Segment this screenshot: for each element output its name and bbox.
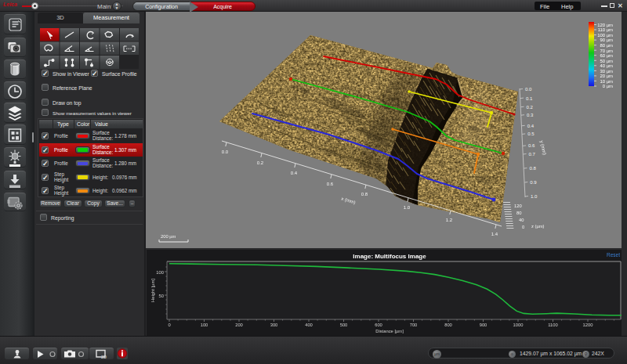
svg-text:100: 100 [156, 270, 164, 275]
svg-text:700: 700 [410, 323, 418, 327]
svg-text:0.8: 0.8 [361, 192, 368, 196]
svg-text:30 µm: 30 µm [600, 69, 614, 74]
svg-text:40 µm: 40 µm [600, 63, 614, 68]
svg-text:Reset: Reset [607, 252, 620, 258]
svg-text:y (mm): y (mm) [539, 140, 547, 156]
svg-text:600: 600 [375, 323, 382, 327]
svg-text:60 µm: 60 µm [600, 53, 614, 58]
svg-text:0.3: 0.3 [527, 113, 534, 117]
svg-text:0.0: 0.0 [525, 87, 532, 92]
svg-text:0.6: 0.6 [528, 143, 535, 148]
svg-text:50: 50 [159, 294, 164, 298]
svg-text:70 µm: 70 µm [600, 49, 614, 53]
svg-text:120 µm: 120 µm [597, 23, 613, 27]
svg-text:80: 80 [516, 211, 521, 215]
svg-text:0.2: 0.2 [527, 105, 534, 110]
svg-text:1.4: 1.4 [491, 232, 498, 236]
svg-text:0 µm: 0 µm [603, 84, 613, 88]
svg-text:100: 100 [201, 323, 208, 327]
svg-text:x (mm): x (mm) [341, 196, 357, 204]
svg-text:300: 300 [270, 323, 278, 327]
svg-text:1.0: 1.0 [404, 205, 411, 210]
svg-text:0.6: 0.6 [327, 182, 334, 186]
svg-text:40: 40 [519, 218, 524, 222]
svg-text:Image: Multifocus Image: Image: Multifocus Image [353, 253, 426, 260]
svg-text:0.4: 0.4 [291, 171, 298, 175]
svg-text:800: 800 [444, 323, 452, 327]
svg-text:0.8: 0.8 [529, 166, 536, 171]
svg-text:400: 400 [305, 323, 313, 327]
svg-text:200 µm: 200 µm [161, 234, 176, 239]
svg-text:90 µm: 90 µm [600, 38, 614, 42]
svg-text:1000: 1000 [513, 323, 524, 327]
svg-text:0: 0 [168, 323, 170, 327]
svg-text:0.2: 0.2 [257, 160, 264, 165]
svg-text:120: 120 [514, 204, 522, 208]
svg-text:0.9: 0.9 [530, 180, 537, 185]
svg-text:500: 500 [340, 323, 348, 327]
svg-text:20 µm: 20 µm [600, 74, 614, 78]
svg-text:Height [µm]: Height [µm] [150, 279, 155, 302]
svg-text:110 µm: 110 µm [598, 27, 613, 32]
svg-text:0.5: 0.5 [527, 132, 535, 136]
svg-text:1200: 1200 [583, 323, 593, 327]
svg-text:1100: 1100 [548, 323, 557, 327]
svg-text:Distance [µm]: Distance [µm] [375, 329, 404, 333]
svg-text:80 µm: 80 µm [600, 43, 614, 48]
svg-text:200: 200 [235, 323, 243, 327]
svg-text:0.1: 0.1 [526, 96, 533, 101]
svg-text:50 µm: 50 µm [600, 59, 614, 63]
svg-text:1.2: 1.2 [446, 218, 453, 222]
svg-text:100 µm: 100 µm [597, 33, 613, 38]
svg-text:z (µm): z (µm) [531, 224, 545, 229]
svg-text:900: 900 [480, 323, 487, 327]
svg-text:2D: 2D [101, 355, 107, 359]
svg-text:0.7: 0.7 [529, 152, 536, 157]
svg-text:0.0: 0.0 [222, 150, 229, 154]
svg-text:1.0: 1.0 [531, 194, 538, 199]
svg-text:0.4: 0.4 [527, 124, 535, 128]
svg-text:0: 0 [522, 225, 524, 229]
svg-text:10 µm: 10 µm [600, 79, 614, 84]
